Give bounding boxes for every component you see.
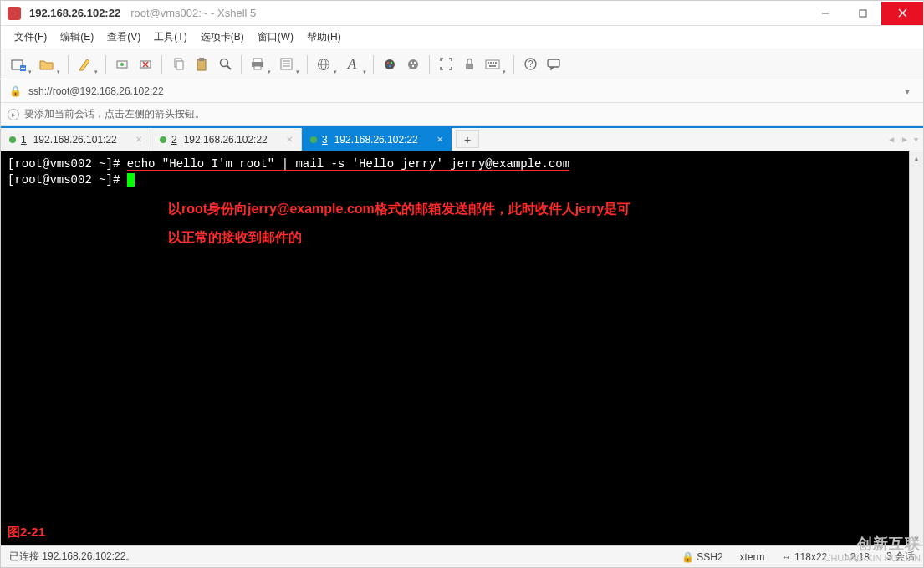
svg-point-32 bbox=[389, 64, 391, 66]
menu-window[interactable]: 窗口(W) bbox=[253, 27, 299, 48]
toolbar-separator bbox=[307, 55, 308, 74]
tab-close-icon[interactable]: ✕ bbox=[436, 135, 443, 144]
toolbar-separator bbox=[105, 55, 106, 74]
scroll-up-icon[interactable]: ▲ bbox=[910, 151, 923, 166]
tab-prev-icon[interactable]: ◄ bbox=[887, 135, 896, 144]
address-dropdown-icon[interactable]: ▾ bbox=[900, 85, 915, 97]
hintbar: ▸ 要添加当前会话，点击左侧的箭头按钮。 bbox=[1, 103, 923, 126]
terminal-area: [root@vms002 ~]# echo "Hello I'm root" |… bbox=[1, 151, 923, 545]
menu-file[interactable]: 文件(F) bbox=[9, 27, 52, 48]
tab-menu-icon[interactable]: ▾ bbox=[914, 135, 918, 144]
menu-help[interactable]: 帮助(H) bbox=[302, 27, 346, 48]
lock-small-icon: 🔒 bbox=[9, 85, 22, 97]
svg-point-34 bbox=[411, 61, 412, 63]
close-button[interactable] bbox=[881, 2, 923, 25]
terminal[interactable]: [root@vms002 ~]# echo "Hello I'm root" |… bbox=[1, 151, 909, 545]
status-sessions: 3 会话 bbox=[886, 550, 915, 564]
toolbar-separator bbox=[241, 55, 242, 74]
copy-icon[interactable] bbox=[167, 54, 189, 75]
session-tab-1[interactable]: 1 192.168.26.101:22 ✕ bbox=[1, 128, 151, 151]
menu-tools[interactable]: 工具(T) bbox=[149, 27, 191, 48]
search-icon[interactable] bbox=[214, 54, 236, 75]
hint-text: 要添加当前会话，点击左侧的箭头按钮。 bbox=[24, 107, 205, 121]
tab-number: 3 bbox=[322, 134, 328, 146]
scroll-thumb[interactable] bbox=[910, 166, 923, 531]
tab-close-icon[interactable]: ✕ bbox=[135, 135, 142, 144]
status-dot-icon bbox=[310, 136, 317, 143]
toolbar-separator bbox=[429, 55, 430, 74]
toolbar-separator bbox=[373, 55, 374, 74]
status-proto: 🔒 SSH2 bbox=[682, 551, 723, 563]
svg-point-17 bbox=[220, 59, 227, 67]
tab-label: 192.168.26.102:22 bbox=[184, 134, 268, 146]
toolbar-separator bbox=[513, 55, 514, 74]
palette2-icon[interactable] bbox=[402, 54, 424, 75]
menubar: 文件(F) 编辑(E) 查看(V) 工具(T) 选项卡(B) 窗口(W) 帮助(… bbox=[1, 26, 923, 49]
font-icon[interactable]: A bbox=[341, 54, 363, 75]
status-dot-icon bbox=[160, 136, 166, 143]
help-icon[interactable]: ? bbox=[519, 54, 541, 75]
window-controls bbox=[806, 2, 923, 25]
keyboard-icon[interactable] bbox=[482, 54, 503, 75]
svg-point-33 bbox=[408, 59, 418, 69]
svg-text:?: ? bbox=[528, 59, 533, 69]
svg-rect-39 bbox=[488, 62, 489, 64]
toolbar: A ? bbox=[1, 49, 923, 79]
hint-arrow-icon[interactable]: ▸ bbox=[8, 109, 19, 120]
statusbar: 已连接 192.168.26.102:22。 🔒 SSH2 xterm ↔ 11… bbox=[1, 545, 923, 567]
status-right: 🔒 SSH2 xterm ↔ 118x22 ⁞ 2,18 3 会话 bbox=[682, 550, 915, 564]
highlighter-icon[interactable] bbox=[74, 54, 95, 75]
minimize-button[interactable] bbox=[806, 2, 844, 25]
svg-point-9 bbox=[120, 63, 124, 66]
svg-rect-37 bbox=[466, 64, 473, 69]
titlebar: 192.168.26.102:22 root@vms002:~ - Xshell… bbox=[1, 1, 923, 26]
tabbar: 1 192.168.26.101:22 ✕ 2 192.168.26.102:2… bbox=[1, 126, 923, 151]
menu-tabs[interactable]: 选项卡(B) bbox=[196, 27, 249, 48]
cursor-icon bbox=[127, 173, 135, 187]
tab-add-button[interactable]: + bbox=[456, 130, 479, 148]
svg-rect-38 bbox=[486, 60, 499, 69]
app-window: 192.168.26.102:22 root@vms002:~ - Xshell… bbox=[0, 0, 924, 568]
menu-edit[interactable]: 编辑(E) bbox=[55, 27, 99, 48]
globe-icon[interactable] bbox=[313, 54, 334, 75]
svg-rect-41 bbox=[493, 62, 494, 64]
app-icon bbox=[8, 7, 21, 20]
folder-open-icon[interactable] bbox=[36, 54, 58, 75]
tab-close-icon[interactable]: ✕ bbox=[286, 135, 293, 144]
menu-view[interactable]: 查看(V) bbox=[102, 27, 145, 48]
scroll-down-icon[interactable]: ▼ bbox=[910, 531, 923, 545]
addressbar: 🔒 ssh://root@192.168.26.102:22 ▾ bbox=[1, 79, 923, 103]
tab-number: 2 bbox=[171, 134, 177, 146]
svg-point-29 bbox=[385, 59, 395, 69]
svg-point-35 bbox=[414, 61, 416, 63]
shell-command: echo "Hello I'm root" | mail -s 'Hello j… bbox=[127, 157, 569, 171]
maximize-button[interactable] bbox=[844, 2, 881, 25]
palette1-icon[interactable] bbox=[379, 54, 401, 75]
properties-icon[interactable] bbox=[275, 54, 297, 75]
toolbar-separator bbox=[161, 55, 162, 74]
session-tab-3[interactable]: 3 192.168.26.102:22 ✕ bbox=[302, 128, 452, 151]
chat-icon[interactable] bbox=[543, 54, 564, 75]
title-address: 192.168.26.102:22 bbox=[29, 7, 120, 19]
address-url[interactable]: ssh://root@192.168.26.102:22 bbox=[28, 85, 164, 97]
tab-next-icon[interactable]: ► bbox=[901, 135, 909, 144]
shell-prompt: [root@vms002 ~]# bbox=[8, 157, 127, 171]
fullscreen-icon[interactable] bbox=[435, 54, 457, 75]
paste-icon[interactable] bbox=[191, 54, 212, 75]
printer-icon[interactable] bbox=[247, 54, 268, 75]
svg-rect-42 bbox=[495, 62, 497, 64]
svg-point-30 bbox=[387, 61, 389, 63]
disconnect-icon[interactable] bbox=[135, 54, 156, 75]
status-cursor: ⁞ 2,18 bbox=[844, 551, 870, 563]
annotation-text: 以root身份向jerry@example.com格式的邮箱发送邮件，此时收件人… bbox=[168, 195, 636, 251]
scrollbar[interactable]: ▲ ▼ bbox=[909, 151, 923, 545]
svg-line-18 bbox=[227, 66, 231, 70]
new-tab-icon[interactable] bbox=[8, 54, 29, 75]
session-tab-2[interactable]: 2 192.168.26.102:22 ✕ bbox=[151, 128, 302, 151]
reconnect-icon[interactable] bbox=[111, 54, 133, 75]
svg-rect-14 bbox=[176, 61, 183, 69]
svg-rect-1 bbox=[860, 10, 866, 17]
lock-icon[interactable] bbox=[458, 54, 480, 75]
tab-label: 192.168.26.102:22 bbox=[334, 134, 418, 146]
svg-rect-46 bbox=[548, 59, 559, 67]
